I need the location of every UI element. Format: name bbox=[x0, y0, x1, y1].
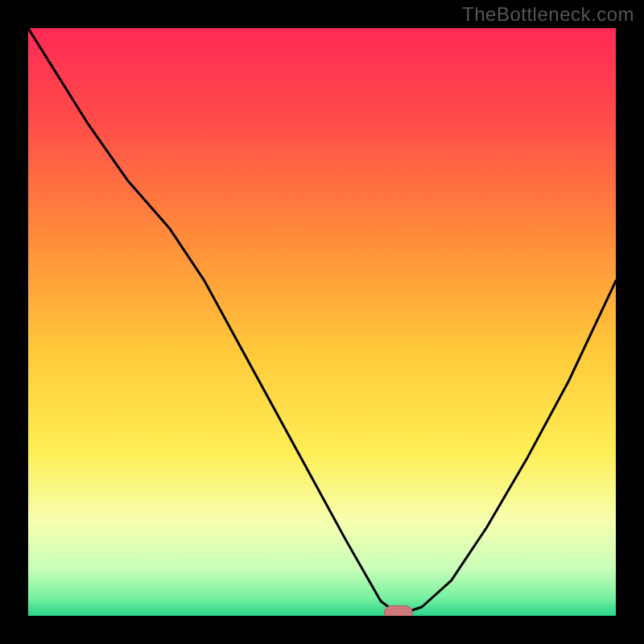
frame-border bbox=[0, 616, 644, 644]
watermark-text: TheBottleneck.com bbox=[462, 3, 634, 26]
chart-frame: TheBottleneck.com bbox=[0, 0, 644, 644]
chart-svg bbox=[0, 0, 644, 644]
frame-border bbox=[0, 0, 28, 644]
frame-border bbox=[616, 0, 644, 644]
plot-background bbox=[28, 28, 616, 616]
